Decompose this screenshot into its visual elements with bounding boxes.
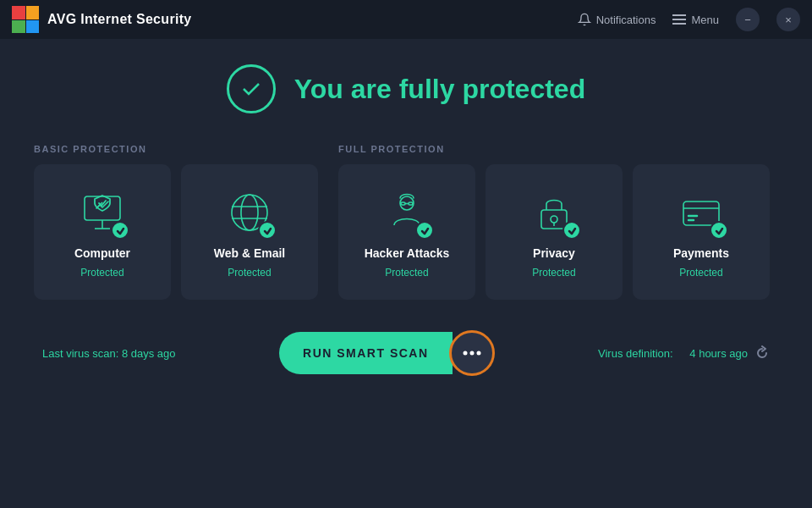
full-section: FULL PROTECTION bbox=[338, 144, 778, 300]
computer-check-badge bbox=[111, 221, 129, 240]
svg-point-21 bbox=[463, 351, 467, 356]
status-icon bbox=[227, 64, 276, 113]
svg-point-22 bbox=[469, 351, 474, 356]
privacy-check-badge bbox=[562, 221, 581, 240]
web-email-icon-wrap bbox=[222, 185, 277, 240]
shield-icon bbox=[93, 194, 112, 213]
menu-button[interactable]: Menu bbox=[672, 14, 719, 26]
last-scan-info: Last virus scan: 8 days ago bbox=[42, 347, 176, 360]
privacy-card-title: Privacy bbox=[533, 246, 575, 260]
basic-cards-row: Computer Protected bbox=[34, 164, 318, 300]
checkmark-icon bbox=[239, 77, 263, 101]
web-email-check-badge bbox=[258, 221, 277, 240]
notifications-button[interactable]: Notifications bbox=[578, 13, 656, 26]
payments-card-status: Protected bbox=[679, 267, 722, 279]
hacker-attacks-icon-wrap bbox=[380, 185, 434, 240]
privacy-card[interactable]: Privacy Protected bbox=[486, 164, 623, 300]
app-title: AVG Internet Security bbox=[47, 12, 192, 27]
run-smart-scan-button[interactable]: RUN SMART SCAN bbox=[279, 332, 453, 374]
titlebar-left: AVG Internet Security bbox=[12, 6, 192, 33]
hacker-attacks-card-title: Hacker Attacks bbox=[365, 246, 450, 260]
full-cards-row: Hacker Attacks Protected bbox=[338, 164, 778, 300]
more-options-button[interactable] bbox=[449, 330, 495, 376]
full-protection-label: FULL PROTECTION bbox=[338, 144, 778, 154]
payments-card-title: Payments bbox=[673, 246, 729, 260]
hacker-attacks-check-badge bbox=[415, 221, 434, 240]
computer-card[interactable]: Computer Protected bbox=[34, 164, 171, 300]
payments-card[interactable]: Payments Protected bbox=[633, 164, 770, 300]
bottom-bar: Last virus scan: 8 days ago RUN SMART SC… bbox=[34, 330, 778, 376]
web-email-card[interactable]: Web & Email Protected bbox=[181, 164, 318, 300]
virus-def-value: 4 hours ago bbox=[689, 347, 748, 360]
privacy-card-status: Protected bbox=[532, 267, 575, 279]
web-email-card-status: Protected bbox=[228, 267, 271, 279]
payments-check-badge bbox=[710, 221, 728, 240]
minimize-button[interactable]: − bbox=[736, 8, 760, 31]
scan-button-wrap: RUN SMART SCAN bbox=[279, 330, 495, 376]
last-scan-label: Last virus scan: bbox=[42, 347, 118, 360]
svg-point-23 bbox=[476, 351, 480, 356]
menu-icon bbox=[672, 14, 686, 25]
web-email-card-title: Web & Email bbox=[214, 246, 286, 260]
notifications-label: Notifications bbox=[596, 14, 656, 26]
hacker-attacks-card[interactable]: Hacker Attacks Protected bbox=[338, 164, 475, 300]
payments-icon-wrap bbox=[674, 185, 728, 240]
svg-rect-12 bbox=[409, 202, 413, 205]
bell-icon bbox=[578, 13, 591, 26]
avg-logo-icon bbox=[12, 6, 39, 33]
svg-point-7 bbox=[241, 195, 258, 230]
status-header: You are fully protected bbox=[227, 64, 585, 113]
menu-label: Menu bbox=[691, 14, 719, 26]
titlebar-right: Notifications Menu − × bbox=[578, 8, 800, 31]
protection-sections: BASIC PROTECTION bbox=[34, 144, 778, 300]
titlebar: AVG Internet Security Notifications Menu… bbox=[0, 0, 812, 39]
basic-protection-label: BASIC PROTECTION bbox=[34, 144, 318, 154]
last-scan-value: 8 days ago bbox=[122, 347, 176, 360]
main-content: You are fully protected BASIC PROTECTION bbox=[0, 39, 812, 376]
ellipsis-icon bbox=[463, 351, 481, 356]
computer-icon-wrap bbox=[75, 185, 129, 240]
svg-point-15 bbox=[551, 216, 557, 223]
avg-logo bbox=[12, 6, 39, 33]
status-text: You are fully protected bbox=[294, 74, 585, 105]
cards-section: BASIC PROTECTION bbox=[34, 144, 778, 300]
computer-card-status: Protected bbox=[80, 267, 123, 279]
close-button[interactable]: × bbox=[776, 8, 800, 31]
virus-definition-info: Virus definition: 4 hours ago bbox=[598, 345, 770, 361]
refresh-icon[interactable] bbox=[754, 345, 770, 361]
computer-card-title: Computer bbox=[74, 246, 130, 260]
hacker-attacks-card-status: Protected bbox=[385, 267, 428, 279]
basic-section: BASIC PROTECTION bbox=[34, 144, 318, 300]
virus-def-label: Virus definition: bbox=[598, 347, 673, 360]
svg-rect-11 bbox=[401, 202, 405, 205]
privacy-icon-wrap bbox=[527, 185, 581, 240]
